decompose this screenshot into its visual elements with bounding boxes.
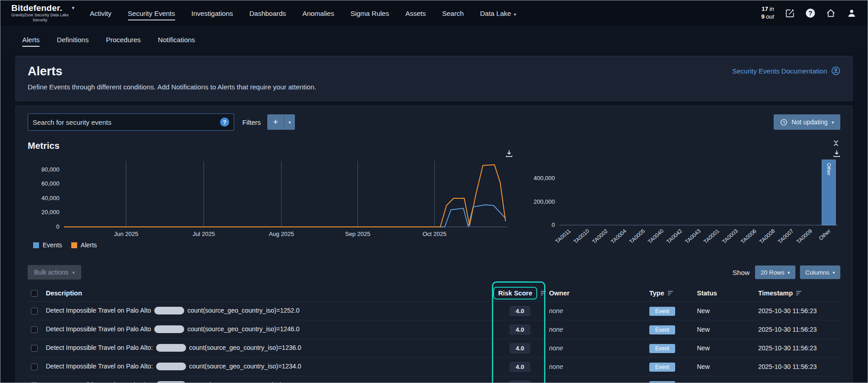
refresh-status-button[interactable]: Not updating ▾ (774, 114, 840, 130)
svg-text:200,000: 200,000 (534, 198, 555, 205)
nav-item-data-lake[interactable]: Data Lake▾ (480, 6, 516, 20)
row-checkbox[interactable] (31, 345, 38, 352)
risk-score-value: 4.0 (510, 362, 530, 372)
home-icon[interactable] (826, 8, 836, 18)
owner-value: none (547, 307, 649, 314)
compose-icon[interactable] (785, 8, 795, 18)
svg-text:TA0040: TA0040 (647, 228, 665, 245)
timestamp-value: 2025-10-30 11:56:23 (758, 344, 840, 352)
search-help-icon[interactable]: ? (220, 118, 229, 127)
navbar-right: 17in 9out ? (761, 5, 857, 21)
timestamp-value: 2025-10-30 11:56:23 (758, 363, 840, 370)
bulk-actions-button[interactable]: Bulk actions ▾ (28, 265, 81, 280)
download-chart-icon[interactable] (505, 149, 513, 159)
legend-label: Alerts (81, 241, 97, 249)
tab-alerts[interactable]: Alerts (22, 36, 39, 47)
search-box: ? (28, 113, 234, 131)
select-all-checkbox[interactable] (31, 290, 38, 297)
rows-per-page-label: 20 Rows (760, 269, 785, 276)
header-type[interactable]: Type (649, 290, 697, 297)
alert-description[interactable]: Detect Impossible Travel on Palo Altocou… (46, 307, 493, 315)
header-status[interactable]: Status (697, 290, 758, 297)
alert-description[interactable]: Detect Impossible Travel on Palo Altocou… (46, 325, 493, 334)
svg-text:Other: Other (826, 163, 832, 176)
row-checkbox[interactable] (31, 308, 38, 314)
chevron-down-icon: ▾ (788, 270, 790, 275)
chevron-down-icon: ▾ (833, 270, 835, 275)
nav-item-sigma-rules[interactable]: Sigma Rules (350, 6, 389, 20)
logo-text: Bitdefender. GravityZone Security Data L… (11, 4, 69, 23)
alert-description[interactable]: Detect Impossible Travel on Palo Alto:co… (46, 363, 493, 371)
sort-icon[interactable] (796, 290, 802, 296)
svg-text:TA0002: TA0002 (591, 228, 609, 245)
type-badge: Event (649, 363, 675, 372)
user-icon[interactable] (847, 8, 857, 18)
tab-definitions[interactable]: Definitions (57, 36, 88, 47)
tab-notifications[interactable]: Notifications (158, 36, 195, 47)
collapse-metrics-icon[interactable] (833, 140, 839, 148)
line-chart: Jun 2025Jul 2025Aug 2025Sep 2025Oct 2025… (28, 155, 518, 239)
logo[interactable]: Bitdefender. GravityZone Security Data L… (11, 4, 74, 23)
description-suffix: count(source_geo_country_iso)=1236.0 (189, 344, 301, 351)
columns-button[interactable]: Columns ▾ (800, 265, 840, 279)
header-description[interactable]: Description (46, 290, 493, 297)
nav-item-activity[interactable]: Activity (90, 6, 112, 20)
columns-button-label: Columns (805, 269, 829, 276)
io-in-value: 17 (761, 5, 768, 12)
header-owner[interactable]: Owner (547, 290, 649, 297)
table-row: Detect Impossible Travel on Palo Alto:co… (28, 357, 840, 376)
legend-item-events[interactable]: Events (33, 241, 62, 249)
add-filter-button[interactable]: + ▾ (267, 114, 295, 130)
logo-title: Bitdefender. (11, 4, 69, 13)
chevron-down-icon: ▾ (832, 120, 834, 125)
svg-text:TA0004: TA0004 (609, 228, 628, 245)
row-checkbox[interactable] (31, 326, 38, 333)
logo-subtitle-2: Security (11, 18, 69, 23)
row-checkbox[interactable] (31, 363, 38, 370)
timestamp-header-label: Timestamp (758, 290, 793, 297)
status-value: New (697, 307, 758, 314)
download-chart-icon[interactable] (833, 149, 841, 159)
redacted-text (154, 325, 184, 333)
type-badge: Event (649, 307, 675, 316)
nav-item-security-events[interactable]: Security Events (128, 6, 175, 20)
nav-item-assets[interactable]: Assets (405, 6, 426, 20)
nav-item-dashboards[interactable]: Dashboards (249, 6, 286, 20)
svg-text:TA0005: TA0005 (628, 228, 646, 245)
content-panel: ? Filters + ▾ Not updating ▾ Metrics (15, 106, 853, 383)
documentation-link[interactable]: Security Events Documentation (732, 66, 840, 75)
svg-text:20,000: 20,000 (41, 209, 59, 216)
app-window: Bitdefender. GravityZone Security Data L… (0, 0, 868, 383)
risk-score-value: 4.0 (510, 343, 530, 354)
svg-text:Oct 2025: Oct 2025 (422, 231, 446, 237)
search-input[interactable] (33, 118, 220, 126)
alert-description[interactable]: Detect Impossible Travel on Palo Alto:- … (46, 381, 493, 383)
table-row: Detect Impossible Travel on Palo Alto:- … (28, 376, 840, 383)
header-timestamp[interactable]: Timestamp (758, 290, 840, 297)
sort-icon[interactable] (667, 290, 674, 296)
timestamp-value: 2025-10-30 11:56:23 (758, 326, 840, 333)
redacted-text (156, 344, 186, 352)
nav-item-search[interactable]: Search (442, 6, 464, 20)
sort-icon[interactable] (540, 290, 547, 296)
type-badge: Event (649, 325, 675, 334)
bar-chart: 0200,000400,000TA0011TA0010TA0002TA0004T… (530, 155, 843, 257)
chevron-down-icon[interactable]: ▾ (284, 114, 295, 130)
help-icon[interactable]: ? (806, 9, 815, 18)
bulk-actions-label: Bulk actions (34, 269, 68, 276)
header-risk-score[interactable]: Risk Score (493, 287, 547, 300)
nav-item-investigations[interactable]: Investigations (191, 6, 233, 20)
risk-score-value: 4.0 (510, 306, 530, 316)
redacted-text (156, 363, 186, 370)
rows-per-page-button[interactable]: 20 Rows ▾ (755, 265, 795, 279)
subnav-tabs: AlertsDefinitionsProceduresNotifications (0, 26, 868, 52)
svg-text:0: 0 (56, 223, 59, 230)
alert-description[interactable]: Detect Impossible Travel on Palo Alto:co… (46, 344, 493, 353)
legend-label: Events (43, 241, 62, 249)
legend-item-alerts[interactable]: Alerts (71, 241, 97, 249)
tab-procedures[interactable]: Procedures (106, 36, 141, 47)
risk-score-value: 4.0 (510, 324, 530, 335)
svg-text:TA0007: TA0007 (777, 228, 795, 245)
owner-header-label: Owner (549, 290, 569, 297)
nav-item-anomalies[interactable]: Anomalies (302, 6, 334, 20)
